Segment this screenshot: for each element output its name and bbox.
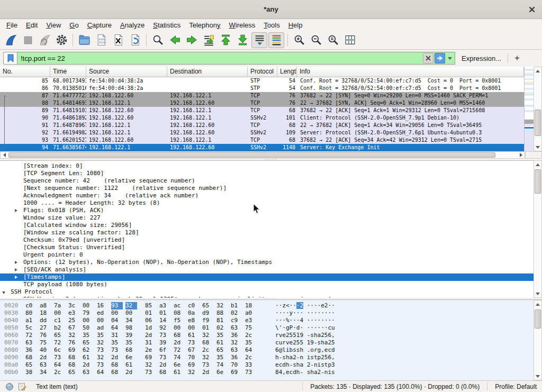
hex-row-0040[interactable]: 0040a1ddc125000004340614f5e8f981c9e3···%…	[0, 317, 534, 324]
detail-line[interactable]: [Timestamps]	[0, 274, 534, 281]
last-packet-button[interactable]	[234, 32, 250, 48]
colorize-packets-button[interactable]	[268, 32, 284, 48]
apply-filter-button[interactable]	[435, 53, 445, 63]
previous-packet-button[interactable]	[167, 32, 183, 48]
scroll-right-icon[interactable]	[520, 153, 522, 157]
menu-wireless[interactable]: Wireless	[225, 20, 260, 30]
detail-line[interactable]: [Next sequence number: 1122 (relative se…	[0, 185, 534, 192]
start-capture-button[interactable]	[3, 32, 19, 48]
add-filter-button-plus[interactable]: +	[508, 53, 526, 63]
scroll-up-icon[interactable]	[536, 70, 540, 72]
clear-filter-button[interactable]	[423, 53, 433, 63]
zoom-in-button[interactable]	[291, 32, 307, 48]
menu-telephony[interactable]: Telephony	[185, 20, 224, 30]
scroll-down-icon[interactable]	[536, 146, 540, 149]
packet-row-89[interactable]: 8971.648191037192.168.122.60192.168.122.…	[0, 107, 524, 114]
detail-line[interactable]: Checksum: 0x79ed [unverified]	[0, 236, 534, 244]
hex-row-0080[interactable]: 008036406c69627373682e6f72672c6563646@li…	[0, 347, 534, 354]
hex-row-0020[interactable]: 0020c0a87a3c0016933285a3acc06532b118··z<…	[0, 302, 534, 309]
hex-row-0090[interactable]: 0090682d736861322d6e697374703235362ch-sh…	[0, 354, 534, 361]
packet-row-94[interactable]: 9471.663856741192.168.122.1192.168.122.6…	[0, 144, 524, 151]
collapse-icon[interactable]	[2, 291, 5, 294]
expert-info-icon[interactable]	[5, 382, 14, 391]
detail-line[interactable]: SSH Protocol	[0, 288, 534, 296]
menu-tools[interactable]: Tools	[259, 20, 284, 30]
first-packet-button[interactable]	[218, 32, 233, 48]
menu-edit[interactable]: Edit	[22, 20, 42, 30]
menu-view[interactable]: View	[42, 20, 65, 30]
expression-button[interactable]: Expression...	[455, 54, 508, 62]
hex-row-0030[interactable]: 0030801800e379ed00000101080ad98802a0····…	[0, 309, 534, 317]
hex-row-0070[interactable]: 0070637572766532353531392d7368613235curv…	[0, 339, 534, 347]
profile-text[interactable]: Profile: Default	[487, 382, 542, 390]
detail-line[interactable]: TCP payload (1080 bytes)	[0, 281, 534, 288]
detail-line[interactable]: [TCP Segment Len: 1080]	[0, 170, 534, 177]
detail-line[interactable]: [SEQ/ACK analysis]	[0, 266, 534, 274]
intelligent-scrollbar-minimap[interactable]	[524, 67, 534, 151]
save-file-button[interactable]: 01010110	[93, 32, 109, 48]
menu-analyze[interactable]: Analyze	[116, 20, 149, 30]
column-header-no[interactable]: No.	[0, 67, 50, 77]
column-header-length[interactable]: Length	[277, 67, 297, 77]
column-header-time[interactable]: Time	[50, 67, 86, 77]
expand-icon[interactable]	[15, 209, 17, 212]
packet-row-90[interactable]: 9071.648618924192.168.122.60192.168.122.…	[0, 114, 524, 122]
open-file-button[interactable]	[76, 32, 92, 48]
expand-icon[interactable]	[15, 261, 17, 264]
column-header-protocol[interactable]: Protocol	[248, 67, 277, 77]
detail-line[interactable]: Urgent pointer: 0	[0, 251, 534, 259]
reload-file-button[interactable]	[127, 32, 143, 48]
scroll-down-icon[interactable]	[536, 375, 540, 378]
scroll-left-icon[interactable]	[3, 153, 6, 157]
bytes-vscrollbar[interactable]	[534, 300, 542, 380]
menu-statistics[interactable]: Statistics	[149, 20, 185, 30]
detail-line[interactable]: [Checksum Status: Unverified]	[0, 244, 534, 251]
packet-list-header[interactable]: No.TimeSourceDestinationProtocolLengthIn…	[0, 67, 524, 77]
next-packet-button[interactable]	[184, 32, 200, 48]
packet-row-87[interactable]: 8771.647777234192.168.122.60192.168.122.…	[0, 92, 524, 99]
detail-line[interactable]: Sequence number: 42 (relative sequence n…	[0, 177, 534, 185]
close-window-button[interactable]	[527, 5, 537, 14]
packet-row-85[interactable]: 8568.001734936fe:54:00:d4:38:2aSTP54Conf…	[0, 77, 524, 85]
zoom-original-button[interactable]	[325, 32, 341, 48]
expand-icon[interactable]	[15, 268, 17, 271]
detail-line[interactable]: Window size value: 227	[0, 214, 534, 222]
column-header-info[interactable]: Info	[297, 67, 524, 77]
scroll-down-icon[interactable]	[536, 293, 540, 295]
scroll-up-icon[interactable]	[536, 303, 540, 306]
column-header-source[interactable]: Source	[86, 67, 167, 77]
detail-line[interactable]: Flags: 0x018 (PSH, ACK)	[0, 207, 534, 214]
column-header-destination[interactable]: Destination	[167, 67, 248, 77]
detail-vscrollbar[interactable]	[534, 160, 542, 298]
packet-row-93[interactable]: 9371.662015274192.168.122.60192.168.122.…	[0, 136, 524, 144]
detail-line[interactable]: Acknowledgment number: 34 (relative ack …	[0, 192, 534, 199]
resize-columns-button[interactable]	[342, 32, 358, 48]
packet-list-vscrollbar[interactable]	[534, 67, 542, 151]
menu-help[interactable]: Help	[284, 20, 307, 30]
scrollbar-thumb[interactable]	[535, 309, 541, 329]
packet-row-91[interactable]: 9171.648789678192.168.122.1192.168.122.6…	[0, 122, 524, 129]
packet-row-86[interactable]: 8670.013850163fe:54:00:d4:38:2aSTP54Conf…	[0, 85, 524, 92]
menu-file[interactable]: File	[2, 20, 22, 30]
display-filter-input[interactable]: !tcp.port == 22	[17, 52, 455, 65]
capture-comment-icon[interactable]	[18, 382, 26, 391]
scrollbar-thumb[interactable]	[535, 169, 541, 194]
hex-row-0060[interactable]: 006072766532353531392d7368613235362crve2…	[0, 332, 534, 339]
menu-go[interactable]: Go	[65, 20, 83, 30]
scrollbar-thumb[interactable]	[8, 152, 495, 158]
hex-row-00a0[interactable]: 00a0656364682d736861322d6e6973747033ecdh…	[0, 361, 534, 369]
detail-line[interactable]: 1000 .... = Header Length: 32 bytes (8)	[0, 199, 534, 207]
detail-line[interactable]: [Window size scaling factor: 128]	[0, 229, 534, 236]
scroll-up-icon[interactable]	[536, 163, 540, 166]
auto-scroll-button[interactable]	[251, 32, 267, 48]
expand-icon[interactable]	[15, 276, 17, 279]
zoom-out-button[interactable]	[308, 32, 324, 48]
filter-history-dropdown[interactable]	[446, 53, 454, 63]
find-packet-button[interactable]	[150, 32, 166, 48]
close-file-button[interactable]	[110, 32, 126, 48]
capture-options-button[interactable]	[53, 32, 69, 48]
hex-row-00b0[interactable]: 00b038342c656364682d736861322d6e697384,e…	[0, 369, 534, 376]
goto-packet-button[interactable]	[201, 32, 216, 48]
scrollbar-thumb[interactable]	[535, 110, 541, 136]
detail-line[interactable]: [Stream index: 0]	[0, 162, 534, 170]
